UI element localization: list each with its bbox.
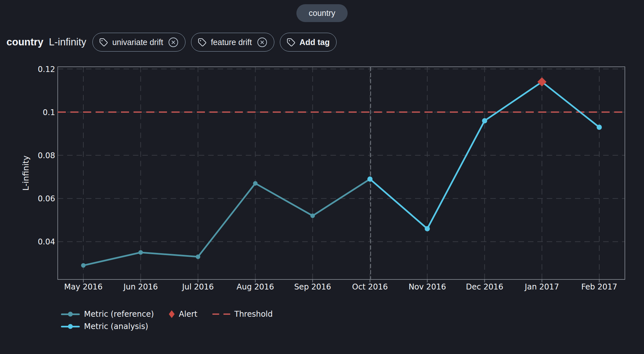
x-tick-label: Jul 2016 <box>182 282 214 291</box>
chart-legend: Metric (reference) Alert Threshold Metri… <box>61 308 288 333</box>
data-point-metric-analysis[interactable] <box>482 118 487 123</box>
legend-label: Threshold <box>234 310 273 319</box>
reference-line-swatch <box>61 313 80 315</box>
x-tick-label: Dec 2016 <box>466 282 503 291</box>
legend-label: Metric (analysis) <box>84 322 148 331</box>
tag-icon <box>99 38 108 47</box>
data-point-metric-reference[interactable] <box>138 250 143 255</box>
y-tick-label: 0.12 <box>38 65 55 74</box>
alert-diamond-swatch <box>169 310 175 318</box>
legend-item-metric-reference[interactable]: Metric (reference) <box>61 310 154 319</box>
legend-item-alert[interactable]: Alert <box>169 310 197 319</box>
x-tick-label: Jan 2017 <box>524 282 559 291</box>
x-tick-label: Aug 2016 <box>237 282 274 291</box>
data-point-metric-reference[interactable] <box>253 181 257 186</box>
legend-item-metric-analysis[interactable]: Metric (analysis) <box>61 322 148 331</box>
legend-label: Metric (reference) <box>84 310 154 319</box>
x-tick-label: Oct 2016 <box>352 282 388 291</box>
metric-title: L-infinity <box>49 36 86 48</box>
y-tick-label: 0.1 <box>43 108 55 117</box>
x-tick-label: Jun 2016 <box>123 282 158 291</box>
x-tick-label: May 2016 <box>64 282 102 291</box>
x-tick-label: Sep 2016 <box>294 282 331 291</box>
add-tag-label: Add tag <box>300 38 330 47</box>
data-point-metric-reference[interactable] <box>310 214 315 218</box>
data-point-metric-analysis[interactable] <box>597 124 602 130</box>
series-line-metric-reference <box>83 179 370 265</box>
x-tick-label: Feb 2017 <box>581 282 617 291</box>
tag-icon <box>198 38 207 47</box>
tag-icon <box>287 38 295 47</box>
y-axis-title: L-infinity <box>21 156 30 191</box>
tag-label: univariate drift <box>112 38 163 47</box>
y-tick-label: 0.08 <box>38 151 55 160</box>
data-point-metric-reference[interactable] <box>196 254 200 259</box>
x-tick-label: Nov 2016 <box>409 282 446 291</box>
legend-row: Metric (reference) Alert Threshold <box>61 308 288 320</box>
analysis-line-swatch <box>61 326 80 327</box>
plot-border <box>58 67 625 279</box>
legend-row: Metric (analysis) <box>61 320 288 333</box>
data-point-metric-analysis[interactable] <box>425 226 430 231</box>
threshold-dash-swatch <box>212 313 230 315</box>
legend-item-threshold[interactable]: Threshold <box>212 310 273 319</box>
close-icon <box>257 37 268 48</box>
y-tick-label: 0.06 <box>38 194 55 203</box>
close-icon <box>168 37 179 48</box>
column-badge: country <box>296 4 348 22</box>
tag-label: feature drift <box>211 38 252 47</box>
legend-label: Alert <box>179 310 197 319</box>
y-tick-label: 0.04 <box>38 237 55 246</box>
data-point-metric-reference[interactable] <box>81 263 86 268</box>
remove-tag-button[interactable] <box>257 37 268 48</box>
column-title: country <box>6 36 43 48</box>
drift-chart[interactable]: 0.040.060.080.10.12May 2016Jun 2016Jul 2… <box>0 49 644 295</box>
data-point-metric-analysis[interactable] <box>367 176 373 182</box>
plot-area: 0.040.060.080.10.12May 2016Jun 2016Jul 2… <box>38 65 625 291</box>
remove-tag-button[interactable] <box>168 37 179 48</box>
